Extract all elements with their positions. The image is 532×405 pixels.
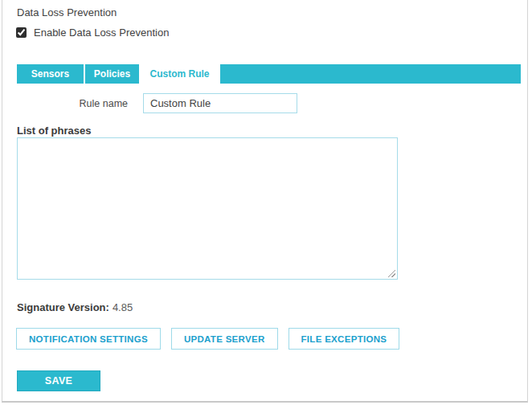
phrases-textarea-wrap (17, 137, 398, 280)
phrases-textarea[interactable] (17, 137, 398, 280)
signature-version-row: Signature Version:4.85 (17, 301, 133, 313)
enable-dlp-label: Enable Data Loss Prevention (34, 27, 169, 39)
rule-name-input[interactable] (143, 93, 297, 113)
secondary-actions-row: NOTIFICATION SETTINGS UPDATE SERVER FILE… (16, 328, 399, 350)
signature-version-value: 4.85 (113, 301, 133, 313)
signature-version-label: Signature Version: (17, 301, 109, 313)
tab-sensors[interactable]: Sensors (17, 64, 84, 84)
tab-policies[interactable]: Policies (85, 64, 139, 84)
update-server-button[interactable]: UPDATE SERVER (171, 328, 278, 350)
rule-name-label: Rule name (51, 98, 128, 109)
content-panel: Data Loss Prevention Enable Data Loss Pr… (2, 0, 528, 403)
file-exceptions-button[interactable]: FILE EXCEPTIONS (289, 328, 400, 350)
enable-dlp-checkbox[interactable] (16, 27, 27, 38)
tab-bar: Sensors Policies Custom Rule (17, 64, 521, 84)
tab-custom-rule[interactable]: Custom Rule (139, 64, 220, 84)
save-button[interactable]: SAVE (17, 370, 100, 391)
list-of-phrases-label: List of phrases (17, 125, 91, 137)
enable-dlp-row: Enable Data Loss Prevention (16, 27, 169, 39)
page-title: Data Loss Prevention (17, 6, 117, 18)
notification-settings-button[interactable]: NOTIFICATION SETTINGS (16, 328, 161, 350)
